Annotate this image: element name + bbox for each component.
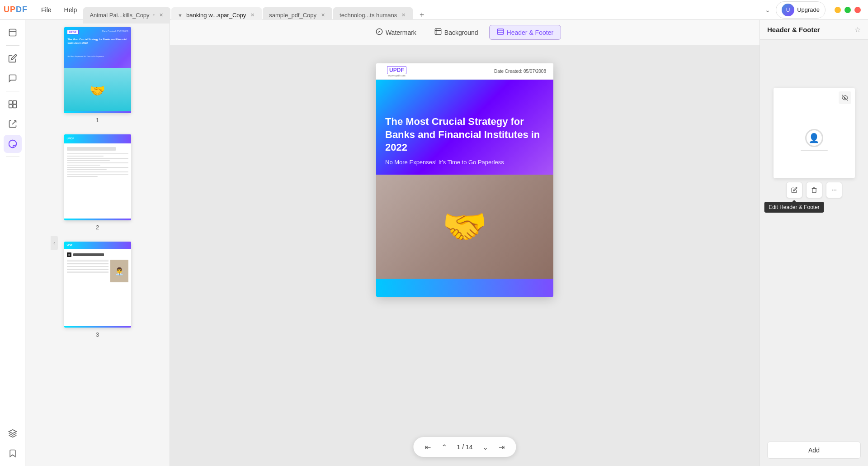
edit-hf-button[interactable] [786, 182, 802, 198]
watermark-button[interactable]: Watermark [368, 25, 424, 39]
sidebar-icon-organize[interactable] [4, 95, 22, 113]
page-next-button[interactable]: ⌄ [478, 440, 493, 454]
person-icon: 👤 [801, 129, 828, 151]
pdf-logo-area: UPDF www.updf.com [383, 64, 410, 79]
tab-label: banking w...apar_Copy [186, 12, 246, 19]
page-prev-button[interactable]: ⌃ [437, 440, 451, 454]
sidebar-icon-convert[interactable] [4, 115, 22, 133]
tab-label: technolog...ts humans [340, 12, 397, 19]
sidebar-icon-design[interactable] [4, 135, 22, 153]
add-hf-button[interactable]: Add [767, 442, 861, 459]
collapse-button[interactable]: ‹ [51, 236, 58, 250]
watermark-icon [376, 28, 383, 37]
svg-rect-3 [13, 101, 16, 105]
sidebar-separator-2 [6, 91, 19, 91]
header-footer-button[interactable]: Header & Footer [489, 25, 561, 40]
svg-rect-5 [13, 105, 16, 108]
background-icon [434, 28, 442, 37]
pdf-date: Date Created: 05/07/2008 [494, 69, 546, 74]
topbar-right: ⌄ U Upgrade [761, 1, 864, 19]
page-number-3: 3 [96, 331, 99, 338]
minimize-button[interactable] [835, 7, 841, 13]
more-hf-button[interactable] [826, 182, 842, 198]
tab-close-4[interactable]: ✕ [401, 11, 406, 19]
menu-help[interactable]: Help [58, 0, 84, 20]
pdf-subtitle: No More Expenses! It’s Time to Go Paperl… [385, 159, 544, 166]
svg-rect-2 [9, 101, 12, 105]
delete-hf-button[interactable] [806, 182, 822, 198]
thumbnail-panel: UPDF Date Created: 05/07/2008 The Most C… [25, 20, 170, 466]
svg-point-15 [834, 190, 835, 190]
sidebar-icon-edit[interactable] [4, 49, 22, 67]
hf-preview-image: 👤 [801, 115, 828, 151]
eye-slash-button[interactable] [839, 91, 851, 104]
header-footer-icon [497, 28, 504, 37]
sidebar-icon-pages[interactable] [4, 24, 22, 42]
upgrade-button[interactable]: U Upgrade [776, 1, 826, 19]
edit-button-wrap: Edit Header & Footer [786, 182, 802, 198]
star-button[interactable]: ☆ [854, 25, 861, 34]
tab-close-1[interactable]: ✕ [158, 11, 164, 19]
tabs-chevron[interactable]: ⌄ [765, 6, 770, 14]
hf-preview-area: 👤 Edit Header & Footer [760, 40, 868, 250]
sidebar-icon-bookmark[interactable] [4, 444, 22, 462]
pagination: ⇤ ⌃ 1 / 14 ⌄ ⇥ [413, 437, 516, 457]
right-panel-spacer [760, 250, 868, 442]
page-last-button[interactable]: ⇥ [495, 440, 509, 454]
background-button[interactable]: Background [427, 25, 486, 39]
right-panel: Header & Footer ☆ 👤 [760, 20, 868, 466]
pdf-viewer[interactable]: UPDF www.updf.com Date Created: 05/07/20… [170, 45, 760, 466]
thumbnail-page-2[interactable]: UPDF [25, 134, 170, 231]
tab-close-3[interactable]: ✕ [320, 11, 326, 19]
page-number-2: 2 [96, 224, 99, 231]
page-info: 1 / 14 [453, 443, 476, 451]
pdf-page-header: UPDF www.updf.com Date Created: 05/07/20… [376, 63, 553, 80]
maximize-button[interactable] [844, 7, 851, 13]
watermark-label: Watermark [386, 29, 416, 36]
header-footer-label: Header & Footer [507, 29, 554, 36]
hf-preview-card: 👤 [774, 88, 855, 178]
pdf-logo: UPDF [387, 66, 406, 74]
avatar: U [782, 4, 794, 16]
pdf-page: UPDF www.updf.com Date Created: 05/07/20… [376, 63, 553, 297]
main-area: ‹ UPDF Date Created: 05/07/2008 The Most… [0, 20, 868, 466]
thumbnail-img-1: UPDF Date Created: 05/07/2008 The Most C… [64, 27, 131, 113]
tab-animal[interactable]: Animal Pai...kills_Copy * ✕ [83, 7, 170, 24]
app-logo: UPDF [4, 5, 28, 14]
sidebar-separator [6, 45, 19, 46]
right-panel-title: Header & Footer [767, 26, 820, 33]
menu-file[interactable]: File [35, 0, 58, 20]
svg-point-14 [832, 190, 833, 190]
pdf-image-area: 🤝 [376, 175, 553, 279]
center-content: Watermark Background Header & Footer [170, 20, 760, 466]
svg-marker-7 [9, 430, 16, 433]
tab-label: sample_pdf_Copy [269, 12, 316, 19]
svg-rect-9 [435, 29, 441, 34]
thumbnail-page-3[interactable]: UPDF 01 [25, 242, 170, 338]
sidebar-separator-3 [6, 157, 19, 157]
pdf-footer-area [376, 279, 553, 297]
sidebar-icon-comment[interactable] [4, 69, 22, 87]
svg-rect-0 [9, 29, 16, 36]
page-first-button[interactable]: ⇤ [420, 440, 435, 454]
thumbnail-page-1[interactable]: UPDF Date Created: 05/07/2008 The Most C… [25, 27, 170, 124]
sidebar-icons [0, 20, 25, 466]
tabs-area: Animal Pai...kills_Copy * ✕ ▼ banking w.… [83, 0, 761, 20]
edit-tooltip: Edit Header & Footer [764, 202, 824, 213]
tab-close-2[interactable]: ✕ [250, 11, 255, 19]
tab-label: Animal Pai...kills_Copy [90, 12, 149, 19]
right-panel-header: Header & Footer ☆ [760, 20, 868, 40]
upgrade-label: Upgrade [797, 6, 820, 13]
svg-rect-4 [9, 105, 12, 108]
close-button[interactable] [854, 7, 861, 13]
svg-point-16 [835, 190, 836, 190]
thumbnail-img-3: UPDF 01 [64, 242, 131, 328]
pdf-title: The Most Crucial Strategy for Banks and … [385, 115, 544, 154]
thumbnail-img-2: UPDF [64, 134, 131, 220]
pdf-logo-sub: www.updf.com [387, 74, 406, 77]
toolbar: Watermark Background Header & Footer [170, 20, 760, 45]
sidebar-icon-layers[interactable] [4, 424, 22, 442]
topbar: UPDF File Help Animal Pai...kills_Copy *… [0, 0, 868, 20]
window-controls [835, 7, 861, 13]
hf-action-buttons: Edit Header & Footer [774, 178, 855, 202]
